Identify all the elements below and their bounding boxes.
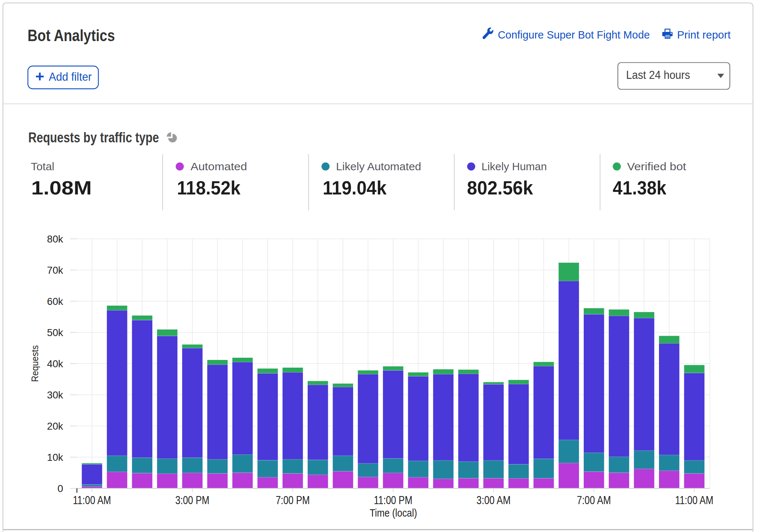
svg-text:60k: 60k <box>47 296 64 307</box>
svg-text:41.38k: 41.38k <box>613 178 667 198</box>
svg-text:Requests: Requests <box>29 345 40 382</box>
svg-text:Last 24 hours: Last 24 hours <box>626 69 690 81</box>
svg-text:118.52k: 118.52k <box>177 178 241 198</box>
svg-text:Automated: Automated <box>191 160 247 172</box>
svg-text:802.56k: 802.56k <box>467 178 533 198</box>
svg-text:Likely Human: Likely Human <box>482 160 547 172</box>
svg-text:40k: 40k <box>47 358 64 369</box>
svg-text:Bot Analytics: Bot Analytics <box>28 26 115 45</box>
svg-text:3:00 PM: 3:00 PM <box>175 494 209 507</box>
svg-text:Print report: Print report <box>677 29 731 41</box>
svg-text:10k: 10k <box>47 452 64 463</box>
svg-text:50k: 50k <box>47 327 64 338</box>
svg-text:3:00 AM: 3:00 AM <box>477 494 511 507</box>
svg-text:119.04k: 119.04k <box>323 178 387 198</box>
svg-text:11:00 AM: 11:00 AM <box>73 494 111 507</box>
svg-text:Add filter: Add filter <box>49 70 92 83</box>
svg-text:0: 0 <box>57 483 63 494</box>
svg-text:7:00 PM: 7:00 PM <box>276 494 310 507</box>
svg-text:Total: Total <box>31 160 54 172</box>
svg-text:80k: 80k <box>47 233 64 245</box>
svg-text:30k: 30k <box>47 389 64 401</box>
svg-text:20k: 20k <box>47 420 64 432</box>
svg-text:11:00 PM: 11:00 PM <box>374 494 412 507</box>
svg-text:7:00 AM: 7:00 AM <box>577 494 611 507</box>
svg-text:Requests by traffic type: Requests by traffic type <box>28 130 159 145</box>
svg-text:11:00 AM: 11:00 AM <box>675 494 713 507</box>
svg-text:Verified bot: Verified bot <box>627 160 687 172</box>
svg-text:Configure Super Bot Fight Mode: Configure Super Bot Fight Mode <box>498 29 650 41</box>
svg-text:70k: 70k <box>47 265 64 276</box>
svg-text:Likely Automated: Likely Automated <box>336 160 421 172</box>
svg-text:1.08M: 1.08M <box>31 178 92 198</box>
svg-text:Time (local): Time (local) <box>370 507 417 519</box>
